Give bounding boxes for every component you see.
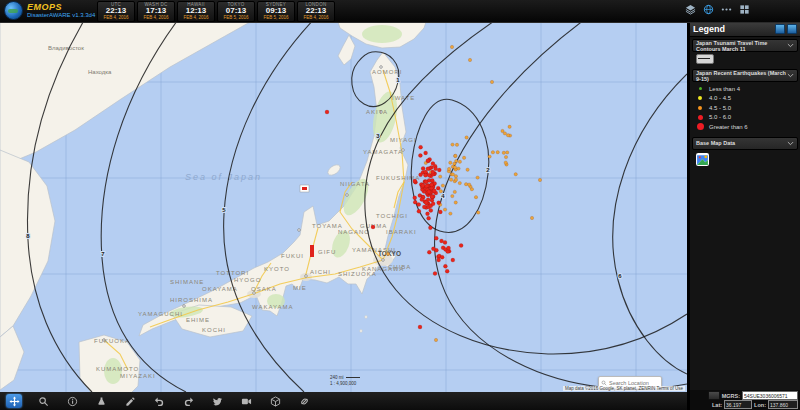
map-toolbar <box>0 392 687 410</box>
video-tool-button[interactable] <box>238 394 254 408</box>
earthquake-dot <box>458 181 461 184</box>
flask-icon <box>96 396 107 407</box>
legend-section-quakes[interactable]: Japan Recent Earthquakes (March 9-15) <box>692 69 798 82</box>
terrain-green <box>362 25 402 43</box>
chevron-icon <box>787 140 794 147</box>
legend-section-title: Japan Tsunami Travel Time Contours March… <box>696 40 787 52</box>
clock-utc: UTC22:13FEB 4, 2016 <box>97 1 135 22</box>
legend-item-label: Greater than 6 <box>709 124 748 130</box>
earthquake-dot <box>422 205 426 209</box>
mgrs-label: MGRS: <box>722 393 740 399</box>
earthquake-dot <box>413 200 417 204</box>
map-canvas[interactable]: Sea of JapanВладивостокНаходкаAOMORIAKIT… <box>0 22 687 392</box>
earthquake-dot <box>426 159 430 163</box>
earthquake-dot <box>434 338 437 341</box>
islet <box>360 330 363 333</box>
mgrs-copy-button[interactable] <box>708 391 720 400</box>
app-logo[interactable]: EMOPS DisasterAWARE v1.3.3d4 <box>4 1 95 20</box>
earthquake-dot <box>503 132 506 135</box>
info-icon <box>67 396 78 407</box>
earthquake-dot <box>451 173 454 176</box>
earthquake-dot <box>434 236 438 240</box>
draw-tool-button[interactable] <box>122 394 138 408</box>
earthquake-dot <box>449 178 452 181</box>
coordinates-box: MGRS: Lat: Lon: <box>690 390 800 410</box>
map-label: NAGANO <box>338 229 370 235</box>
link-tool-button[interactable] <box>296 394 312 408</box>
legend-item-label: 5.0 - 6.0 <box>709 114 731 120</box>
map-label: OSAKA <box>251 286 277 292</box>
earthquake-dot <box>427 173 431 177</box>
earthquake-dot <box>454 175 457 178</box>
topbar-grid-button[interactable] <box>738 3 751 16</box>
earthquake-dot <box>427 216 431 220</box>
map-label: HYOGO <box>234 277 261 283</box>
redo-tool-button[interactable] <box>180 394 196 408</box>
twitter-tool-button[interactable] <box>209 394 225 408</box>
box-tool-button[interactable] <box>267 394 283 408</box>
video-icon <box>241 396 252 407</box>
twitter-icon <box>212 396 223 407</box>
chevron-down-icon[interactable] <box>787 72 794 79</box>
earthquake-dot <box>454 201 457 204</box>
topbar-layers-button[interactable] <box>684 3 697 16</box>
map-label: TOTTORI <box>216 270 249 276</box>
map-label: SHIMANE <box>170 279 204 285</box>
earthquake-dot <box>437 201 441 205</box>
earthquake-dot <box>418 325 422 329</box>
earthquake-dot <box>453 190 456 193</box>
legend-item-label: Less than 4 <box>709 86 740 92</box>
earthquake-dot <box>371 225 375 229</box>
search-input[interactable] <box>609 380 659 386</box>
map-label: SHIZUOKA <box>338 271 377 277</box>
map-label: Находка <box>88 69 112 75</box>
sea-of-japan-label: Sea of Japan <box>185 172 262 182</box>
map-label: AKITA <box>366 109 388 115</box>
earthquake-dot <box>427 190 431 194</box>
earthquake-dot <box>502 151 505 154</box>
earthquake-dot <box>425 184 429 188</box>
map-label: TOCHIGI <box>376 213 408 219</box>
earthquake-dot <box>417 209 421 213</box>
chevron-down-icon[interactable] <box>787 140 794 147</box>
legend-section-contour[interactable]: Japan Tsunami Travel Time Contours March… <box>692 39 798 52</box>
google-maps-icon[interactable] <box>696 153 709 166</box>
legend-panel: Legend Japan Tsunami Travel Time Contour… <box>687 22 800 410</box>
mgrs-input[interactable] <box>742 391 798 400</box>
info-tool-button[interactable] <box>64 394 80 408</box>
earthquake-dot <box>439 190 442 193</box>
map-label: KUMAMOTO <box>96 366 139 372</box>
earthquake-dot <box>504 155 507 158</box>
clock-london: LONDON22:13FEB 4, 2016 <box>297 1 335 22</box>
legend-sections: Japan Tsunami Travel Time Contours March… <box>690 39 800 173</box>
earthquake-dot <box>450 45 453 48</box>
map-label: AICHI <box>310 269 331 275</box>
legend-section-basemap[interactable]: Base Map Data <box>692 137 798 150</box>
map-label: OKAYAMA <box>202 286 238 292</box>
earthquake-dot <box>438 210 442 214</box>
topbar-globe-button[interactable] <box>702 3 715 16</box>
legend-item-label: 4.5 - 5.0 <box>709 105 731 111</box>
magnitude-dot-icon <box>698 106 702 110</box>
chevron-down-icon[interactable] <box>787 42 794 49</box>
legend-settings-icon[interactable] <box>787 24 797 34</box>
tag-marker-inner <box>302 187 307 190</box>
lat-input[interactable] <box>724 400 752 409</box>
earthquake-dot <box>451 143 454 146</box>
earthquake-dot <box>443 208 446 211</box>
pan-tool-button[interactable] <box>6 394 22 408</box>
undo-tool-button[interactable] <box>151 394 167 408</box>
zoom-tool-button[interactable] <box>35 394 51 408</box>
earthquake-dot <box>427 250 431 254</box>
topbar-ellipsis-button[interactable] <box>720 3 733 16</box>
map-label: HIROSHIMA <box>170 297 213 303</box>
flask-tool-button[interactable] <box>93 394 109 408</box>
legend-item: 4.5 - 5.0 <box>696 103 796 113</box>
map-label: AOMORI <box>372 69 402 75</box>
lon-input[interactable] <box>768 400 798 409</box>
legend-title: Legend <box>693 24 773 34</box>
earthquake-dot <box>424 180 428 184</box>
earthquake-dot <box>424 151 428 155</box>
legend-minimize-icon[interactable] <box>775 24 785 34</box>
earthquake-dot <box>447 167 450 170</box>
